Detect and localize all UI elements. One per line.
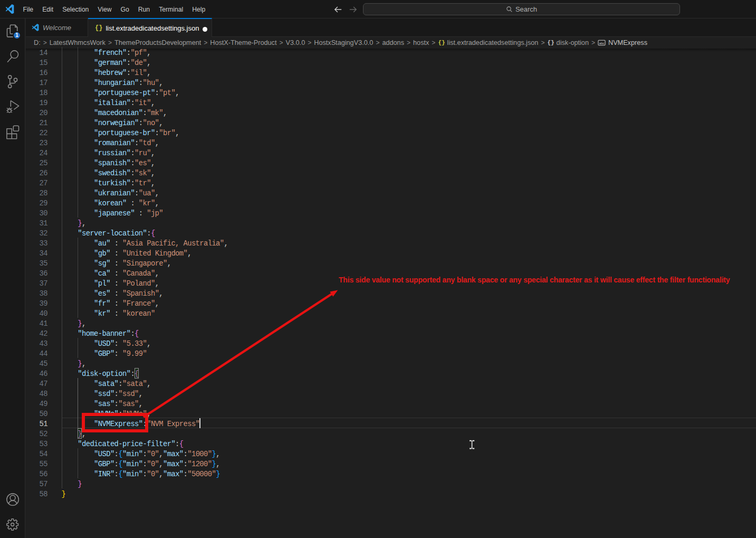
svg-text:abc: abc — [599, 41, 605, 45]
